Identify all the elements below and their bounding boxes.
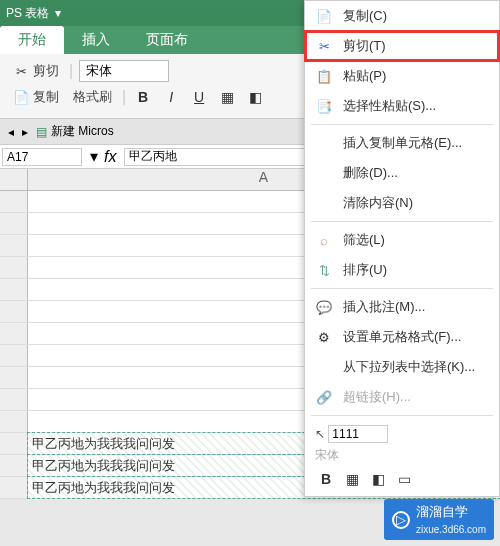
- cut-label: 剪切: [33, 62, 59, 80]
- row-header[interactable]: [0, 323, 28, 344]
- tab-start[interactable]: 开始: [0, 26, 64, 54]
- copy-label: 复制: [33, 88, 59, 106]
- italic-button[interactable]: I: [160, 86, 182, 108]
- menu-hyperlink: 🔗 超链接(H)...: [305, 382, 499, 412]
- row-header[interactable]: [0, 455, 28, 476]
- menu-paste-special-label: 选择性粘贴(S)...: [343, 97, 436, 115]
- menu-separator: [311, 221, 493, 222]
- menu-sort[interactable]: ⇅ 排序(U): [305, 255, 499, 285]
- menu-delete-label: 删除(D)...: [343, 164, 398, 182]
- row-header[interactable]: [0, 389, 28, 410]
- copy-icon: 📄: [315, 7, 333, 25]
- hyperlink-icon: 🔗: [315, 388, 333, 406]
- font-select[interactable]: 宋体: [79, 60, 169, 82]
- blank-icon: [315, 134, 333, 152]
- watermark: ▷ 溜溜自学 zixue.3d66.com: [384, 499, 494, 540]
- blank-icon: [315, 194, 333, 212]
- cut-button[interactable]: ✂ 剪切: [8, 60, 63, 82]
- filter-icon: ⌕: [315, 231, 333, 249]
- menu-paste[interactable]: 📋 粘贴(P): [305, 61, 499, 91]
- menu-separator: [311, 124, 493, 125]
- mini-border-button[interactable]: ▦: [341, 468, 363, 490]
- watermark-logo-icon: ▷: [392, 511, 410, 529]
- scissors-icon: ✂: [315, 37, 333, 55]
- row-header[interactable]: [0, 411, 28, 432]
- border-button[interactable]: ▦: [216, 86, 238, 108]
- menu-dropdown-list-label: 从下拉列表中选择(K)...: [343, 358, 475, 376]
- format-icon: ⚙: [315, 328, 333, 346]
- menu-clear-label: 清除内容(N): [343, 194, 413, 212]
- menu-hyperlink-label: 超链接(H)...: [343, 388, 411, 406]
- context-menu: 📄 复制(C) ✂ 剪切(T) 📋 粘贴(P) 📑 选择性粘贴(S)... 插入…: [304, 0, 500, 497]
- tab-page-layout[interactable]: 页面布: [128, 26, 206, 54]
- menu-clear[interactable]: 清除内容(N): [305, 188, 499, 218]
- menu-cut[interactable]: ✂ 剪切(T): [305, 31, 499, 61]
- row-header[interactable]: [0, 433, 28, 454]
- menu-extra: ↖ 宋体 B ▦ ◧ ▭: [305, 419, 499, 496]
- scissors-icon: ✂: [12, 62, 30, 80]
- menu-paste-label: 粘贴(P): [343, 67, 386, 85]
- paste-icon: 📋: [315, 67, 333, 85]
- title-dropdown-icon[interactable]: ▾: [55, 6, 61, 20]
- menu-insert-cells-label: 插入复制单元格(E)...: [343, 134, 462, 152]
- menu-sort-label: 排序(U): [343, 261, 387, 279]
- new-doc-label: 新建 Micros: [51, 123, 114, 140]
- row-header[interactable]: [0, 279, 28, 300]
- app-name: PS 表格: [6, 5, 49, 22]
- mini-merge-button[interactable]: ▭: [393, 468, 415, 490]
- menu-format-cells[interactable]: ⚙ 设置单元格格式(F)...: [305, 322, 499, 352]
- menu-filter[interactable]: ⌕ 筛选(L): [305, 225, 499, 255]
- format-painter-label: 格式刷: [73, 88, 112, 106]
- select-all-corner[interactable]: [0, 169, 28, 190]
- row-header[interactable]: [0, 191, 28, 212]
- menu-dropdown-list[interactable]: 从下拉列表中选择(K)...: [305, 352, 499, 382]
- cursor-icon: ↖: [315, 427, 325, 441]
- menu-paste-special[interactable]: 📑 选择性粘贴(S)...: [305, 91, 499, 121]
- menu-separator: [311, 415, 493, 416]
- tab-insert[interactable]: 插入: [64, 26, 128, 54]
- fx-icon[interactable]: fx: [104, 148, 116, 166]
- menu-value-box[interactable]: [328, 425, 388, 443]
- fx-dropdown-icon[interactable]: ▾: [90, 147, 98, 166]
- font-name-label: 宋体: [86, 62, 112, 80]
- row-header[interactable]: [0, 367, 28, 388]
- watermark-sub: zixue.3d66.com: [416, 524, 486, 535]
- menu-copy-label: 复制(C): [343, 7, 387, 25]
- row-header[interactable]: [0, 213, 28, 234]
- doc-tab-caret-right[interactable]: ▸: [22, 125, 28, 139]
- menu-insert-comment[interactable]: 💬 插入批注(M)...: [305, 292, 499, 322]
- sheet-icon: ▤: [36, 125, 47, 139]
- bold-button[interactable]: B: [132, 86, 154, 108]
- mini-fill-button[interactable]: ◧: [367, 468, 389, 490]
- row-header[interactable]: [0, 235, 28, 256]
- paste-special-icon: 📑: [315, 97, 333, 115]
- doc-tab-new[interactable]: ▤ 新建 Micros: [36, 123, 114, 140]
- menu-font-display: 宋体: [315, 447, 489, 464]
- name-box[interactable]: [2, 148, 82, 166]
- doc-tab-caret-left[interactable]: ◂: [8, 125, 14, 139]
- menu-insert-cells[interactable]: 插入复制单元格(E)...: [305, 128, 499, 158]
- fill-color-button[interactable]: ◧: [244, 86, 266, 108]
- underline-button[interactable]: U: [188, 86, 210, 108]
- blank-icon: [315, 164, 333, 182]
- comment-icon: 💬: [315, 298, 333, 316]
- watermark-name: 溜溜自学: [416, 504, 468, 519]
- blank-icon: [315, 358, 333, 376]
- row-header[interactable]: [0, 257, 28, 278]
- menu-delete[interactable]: 删除(D)...: [305, 158, 499, 188]
- menu-separator: [311, 288, 493, 289]
- menu-filter-label: 筛选(L): [343, 231, 385, 249]
- copy-button[interactable]: 📄 复制: [8, 86, 63, 108]
- row-header[interactable]: [0, 301, 28, 322]
- copy-icon: 📄: [12, 88, 30, 106]
- menu-cut-label: 剪切(T): [343, 37, 386, 55]
- sort-icon: ⇅: [315, 261, 333, 279]
- menu-format-cells-label: 设置单元格格式(F)...: [343, 328, 461, 346]
- row-header[interactable]: [0, 477, 28, 498]
- mini-bold-button[interactable]: B: [315, 468, 337, 490]
- format-painter-button[interactable]: 格式刷: [69, 86, 116, 108]
- menu-insert-comment-label: 插入批注(M)...: [343, 298, 425, 316]
- row-header[interactable]: [0, 345, 28, 366]
- menu-copy[interactable]: 📄 复制(C): [305, 1, 499, 31]
